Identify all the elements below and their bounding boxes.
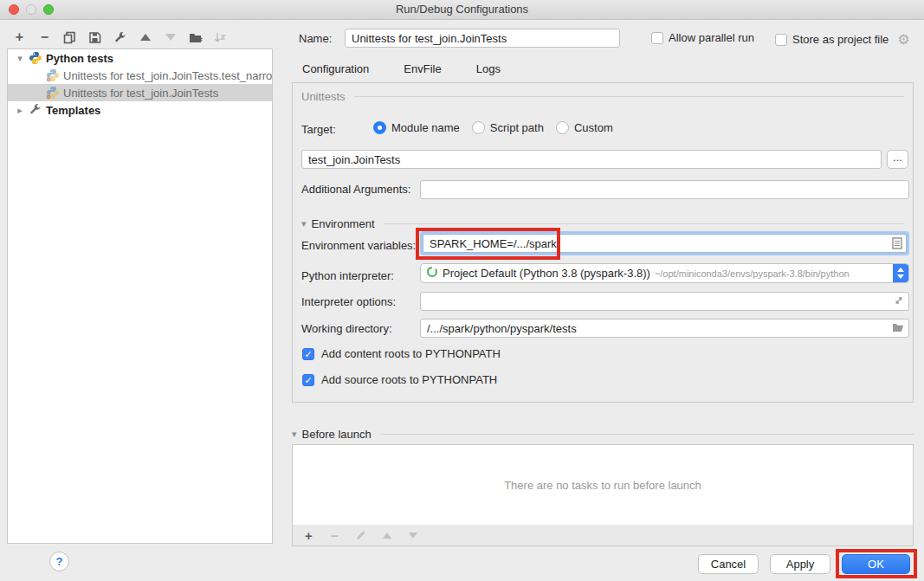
store-as-project-file-checkbox[interactable] xyxy=(775,34,787,46)
copy-configuration-button[interactable] xyxy=(62,30,77,45)
add-configuration-button[interactable]: + xyxy=(12,30,27,45)
environment-variables-input[interactable] xyxy=(423,234,907,253)
python-icon xyxy=(29,51,42,65)
tree-item-label: Unittests for test_join.JoinTests xyxy=(63,87,218,100)
chevron-right-icon[interactable]: ▸ xyxy=(15,105,25,116)
window-controls xyxy=(9,4,54,15)
radio-module-name[interactable]: Module name xyxy=(373,121,460,134)
move-up-button[interactable] xyxy=(138,30,152,45)
radio-module-name-label: Module name xyxy=(391,121,460,134)
target-radio-group: Module name Script path Custom xyxy=(373,121,613,134)
remove-task-button: − xyxy=(327,528,342,543)
zoom-window-button[interactable] xyxy=(43,4,54,15)
tab-envfile[interactable]: EnvFile xyxy=(393,57,451,85)
settings-tabs: Configuration EnvFile Logs xyxy=(292,57,525,85)
configurations-tree: ▾ Python tests Unittests for test_join.J… xyxy=(7,48,273,544)
source-roots-label: Add source roots to PYTHONPATH xyxy=(321,373,497,386)
radio-icon[interactable] xyxy=(556,121,569,134)
source-roots-option[interactable]: ✓ Add source roots to PYTHONPATH xyxy=(302,373,497,386)
target-input[interactable] xyxy=(301,150,882,169)
working-directory-input[interactable] xyxy=(420,319,909,338)
group-divider xyxy=(384,223,904,224)
close-window-button[interactable] xyxy=(9,4,19,15)
select-stepper-icon[interactable] xyxy=(893,264,908,282)
edit-task-button xyxy=(353,528,368,543)
move-task-up-button xyxy=(379,528,394,543)
ok-button[interactable]: OK xyxy=(842,554,910,574)
tree-item-label: Unittests for test_join.JoinTests.test_n… xyxy=(63,69,272,82)
allow-parallel-run-label: Allow parallel run xyxy=(669,31,754,44)
help-button[interactable]: ? xyxy=(49,552,69,571)
cancel-button[interactable]: Cancel xyxy=(698,554,759,574)
expand-field-icon[interactable] xyxy=(894,295,904,308)
content-roots-checkbox[interactable]: ✓ xyxy=(302,348,314,360)
title-bar: Run/Debug Configurations xyxy=(0,0,924,20)
move-down-button xyxy=(163,30,178,45)
folder-icon[interactable] xyxy=(892,322,904,335)
content-roots-option[interactable]: ✓ Add content roots to PYTHONPATH xyxy=(302,347,501,360)
tab-logs[interactable]: Logs xyxy=(466,57,511,85)
sort-configurations-button xyxy=(213,30,228,45)
group-divider xyxy=(380,434,914,435)
python-interpreter-path: ~/opt/miniconda3/envs/pyspark-3.8/bin/py… xyxy=(655,268,893,279)
minimize-window-button xyxy=(26,4,36,15)
allow-parallel-run-checkbox[interactable] xyxy=(651,32,663,44)
tree-item-python-tests[interactable]: ▾ Python tests xyxy=(8,49,272,67)
radio-script-path[interactable]: Script path xyxy=(472,121,544,134)
radio-custom-label: Custom xyxy=(574,121,613,134)
python-interpreter-label: Python interpreter: xyxy=(301,269,394,282)
apply-button[interactable]: Apply xyxy=(770,554,830,574)
edit-templates-button[interactable] xyxy=(113,30,127,45)
additional-arguments-input[interactable] xyxy=(420,180,909,199)
chevron-down-icon[interactable]: ▾ xyxy=(15,53,25,64)
name-input[interactable] xyxy=(345,29,620,48)
move-task-down-button xyxy=(405,528,420,543)
new-folder-button[interactable] xyxy=(188,30,203,45)
allow-parallel-run-option[interactable]: Allow parallel run xyxy=(651,31,754,44)
before-launch-task-list: There are no tasks to run before launch xyxy=(292,444,914,526)
run-debug-configurations-dialog: Run/Debug Configurations + − ▾ Python xyxy=(0,0,924,581)
before-launch-header[interactable]: ▾ Before launch xyxy=(292,428,914,441)
interpreter-options-label: Interpreter options: xyxy=(301,295,396,308)
python-test-icon xyxy=(46,86,60,100)
chevron-down-icon[interactable]: ▾ xyxy=(292,429,297,440)
working-directory-label: Working directory: xyxy=(301,322,392,335)
before-launch-toolbar: + − xyxy=(292,525,914,546)
browse-target-button[interactable]: ... xyxy=(887,150,908,169)
radio-icon[interactable] xyxy=(472,121,485,134)
browse-env-vars-icon[interactable] xyxy=(892,237,902,252)
content-roots-label: Add content roots to PYTHONPATH xyxy=(321,347,501,360)
python-interpreter-value: Project Default (Python 3.8 (pyspark-3.8… xyxy=(443,267,650,280)
tab-configuration[interactable]: Configuration xyxy=(292,57,379,85)
python-test-icon xyxy=(46,68,60,82)
store-as-project-file-label: Store as project file xyxy=(792,33,888,46)
wrench-icon xyxy=(29,103,42,117)
environment-section-header[interactable]: ▾ Environment xyxy=(301,217,904,230)
radio-script-path-label: Script path xyxy=(490,121,544,134)
before-launch-label: Before launch xyxy=(302,428,372,441)
window-title: Run/Debug Configurations xyxy=(396,3,528,16)
additional-arguments-label: Additional Arguments: xyxy=(301,183,410,196)
gear-icon[interactable]: ⚙ xyxy=(897,31,909,48)
configurations-toolbar: + − xyxy=(12,29,228,46)
name-label: Name: xyxy=(299,32,332,45)
tree-item-templates[interactable]: ▸ Templates xyxy=(8,101,272,119)
source-roots-checkbox[interactable]: ✓ xyxy=(302,374,314,386)
interpreter-options-input[interactable] xyxy=(420,292,909,311)
store-as-project-file-option[interactable]: Store as project file ⚙ xyxy=(775,31,910,48)
environment-variables-field xyxy=(420,231,909,255)
unittests-group-header: Unittests xyxy=(301,90,904,103)
python-interpreter-select[interactable]: Project Default (Python 3.8 (pyspark-3.8… xyxy=(420,263,909,283)
save-configuration-button[interactable] xyxy=(87,30,102,45)
remove-configuration-button[interactable]: − xyxy=(37,30,52,45)
chevron-down-icon[interactable]: ▾ xyxy=(301,218,307,229)
before-launch-empty-message: There are no tasks to run before launch xyxy=(504,479,701,492)
environment-section-label: Environment xyxy=(312,217,375,230)
tree-item-unittest-narrow[interactable]: Unittests for test_join.JoinTests.test_n… xyxy=(8,67,272,84)
radio-custom[interactable]: Custom xyxy=(556,121,613,134)
tree-item-label: Python tests xyxy=(46,52,113,65)
add-task-button[interactable]: + xyxy=(301,528,316,543)
environment-variables-label: Environment variables: xyxy=(301,239,416,252)
radio-selected-icon[interactable] xyxy=(373,121,386,134)
tree-item-unittest-jointests[interactable]: Unittests for test_join.JoinTests xyxy=(8,84,272,101)
